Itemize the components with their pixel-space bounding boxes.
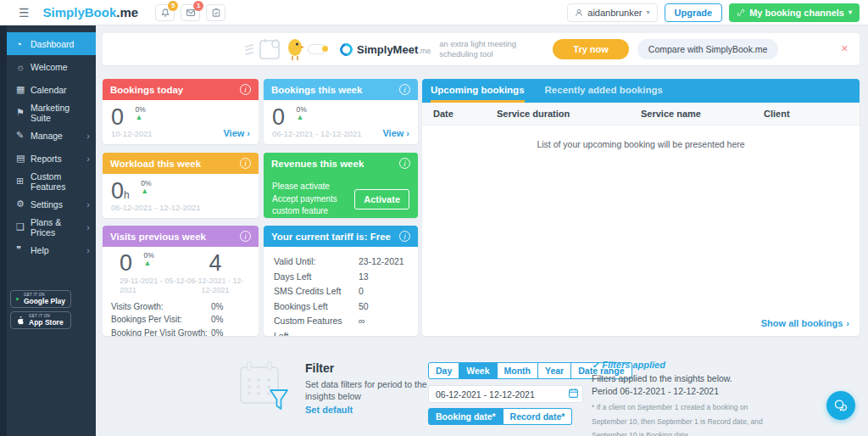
card-title: Workload this week [110,159,201,169]
toggle-illustration [308,44,326,54]
sidebar-item-label: Calendar [31,85,67,95]
sidebar-item-reports[interactable]: ▤ Reports › [7,147,96,170]
sidebar-item-help[interactable]: ❞ Help › [7,238,96,261]
period-day-button[interactable]: Day [428,362,459,379]
user-menu[interactable]: aidanbrunker ▾ [567,3,657,22]
set-default-link[interactable]: Set default [305,405,353,415]
stat-row: Booking Per Visit Growth:0% [111,327,250,337]
sidebar: ◔ Dashboard ☼ Welcome ▦ Calendar ⚑ Marke… [0,25,96,436]
caret-down-icon: ▾ [849,8,852,16]
sidebar-item-label: Dashboard [31,39,74,49]
column-service-duration: Service duration [497,109,641,119]
bookings-panel-tabs: Upcoming bookings Recently added booking… [422,79,860,103]
view-link[interactable]: View› [382,128,409,138]
google-play-badge[interactable]: GET IT ONGoogle Play [10,290,71,308]
sidebar-item-plans-prices[interactable]: ❑ Plans & Prices › [7,215,96,238]
chevron-right-icon: › [247,128,250,138]
info-icon[interactable]: i [399,231,410,242]
booking-date-button[interactable]: Booking date* [428,408,504,425]
menu-icon[interactable]: ☰ [19,6,30,20]
chat-bubbles-icon [833,399,849,412]
sidebar-item-manage[interactable]: ✎ Manage › [7,124,96,147]
info-icon[interactable]: i [240,231,251,242]
info-icon[interactable]: i [399,158,410,169]
period-month-button[interactable]: Month [498,362,539,379]
booking-channels-label: My booking channels [749,8,844,18]
visits-previous-value: 0 [120,252,132,275]
clipboard-check-icon [211,8,221,18]
card-title: Bookings today [110,85,183,95]
visits-stats: Visits Growth:0% Bookings Per Visit:0% B… [111,300,250,337]
tasks-button[interactable] [206,4,225,21]
booking-channels-button[interactable]: My booking channels ▾ [729,3,860,22]
card-body: Please activate Accept payments custom f… [264,174,418,218]
column-client: Client [764,109,860,119]
card-header: Bookings today i [103,79,259,100]
period-week-button[interactable]: Week [459,362,497,379]
messages-button[interactable]: 1 [181,4,200,21]
chevron-right-icon: › [846,318,849,328]
sidebar-item-calendar[interactable]: ▦ Calendar [7,78,96,101]
info-icon[interactable]: i [240,84,251,95]
visits-card: Visits previous week i 0 0%▲ 29-11-2021 … [103,226,259,336]
try-now-button[interactable]: Try now [553,39,629,59]
simplymeet-logo-icon [337,41,355,59]
calendar-icon: ▦ [16,84,31,95]
badge-store-name: App Store [29,319,64,327]
sidebar-item-settings[interactable]: ⚙ Settings › [7,193,96,215]
show-all-bookings-link[interactable]: Show all bookings› [761,318,849,328]
sidebar-item-marketing-suite[interactable]: ⚑ Marketing Suite [7,101,96,124]
app-logo[interactable]: SimplyBook.me [43,5,139,20]
info-icon[interactable]: i [240,158,251,169]
chat-bubble-icon: ❞ [16,244,31,255]
app-window: ☰ SimplyBook.me 5 1 aidanbrunker ▾ Upgra… [0,0,868,436]
bookings-week-card: Bookings this week i 0 0%▲ 06-12-2021 - … [264,79,418,144]
info-icon[interactable]: i [399,84,410,95]
column-date: Date [433,109,497,119]
sidebar-item-welcome[interactable]: ☼ Welcome [7,55,96,78]
period-year-button[interactable]: Year [538,362,571,379]
tariff-row: Custom Features Left∞ [274,314,408,336]
card-body: 0 0%▲ 06-12-2021 - 12-12-2021 View› [264,100,418,144]
view-link[interactable]: View› [223,128,250,138]
tab-recently-added-bookings[interactable]: Recently added bookings [545,79,663,103]
card-body: 0 0%▲ 29-11-2021 - 05-12-2021 4 06-12-20… [103,247,259,336]
empty-bookings-message: List of your upcoming booking will be pr… [422,139,860,149]
tariff-card: Your current tariff is: Free i Valid Unt… [264,226,418,336]
growth-indicator: 0%▲ [296,106,306,121]
sidebar-item-label: Help [31,245,49,255]
app-store-badge[interactable]: GET IT ONApp Store [10,311,71,329]
up-arrow-icon: ▲ [141,187,151,195]
sidebar-item-dashboard[interactable]: ◔ Dashboard [7,32,96,55]
notifications-button[interactable]: 5 [155,4,175,21]
badge-store-name: Google Play [24,298,65,305]
chevron-right-icon: › [406,128,409,138]
sidebar-item-label: Plans & Prices [31,217,86,238]
up-arrow-icon: ▲ [296,114,306,121]
filter-title: Filter [305,361,334,375]
close-icon[interactable]: ✕ [841,43,849,54]
tab-upcoming-bookings[interactable]: Upcoming bookings [431,79,525,103]
filters-applied-title: ✓ Filters applied [592,360,732,371]
pencil-icon: ✎ [16,130,31,141]
chevron-right-icon: › [86,131,90,141]
compare-button[interactable]: Compare with SimplyBook.me [637,39,779,59]
speed-lines-decoration [245,45,253,54]
growth-indicator: 0%▲ [135,106,145,121]
hours-unit: h [124,189,130,201]
activate-button[interactable]: Activate [354,189,409,210]
mascot-bird-icon [286,36,304,62]
date-range-input[interactable] [428,385,583,403]
stat-row: Bookings Per Visit:0% [111,313,250,327]
sidebar-item-custom-features[interactable]: ⊞ Custom Features [7,170,96,193]
card-header: Visits previous week i [103,226,259,247]
record-date-button[interactable]: Record date* [504,408,573,425]
card-header: Workload this week i [103,153,259,174]
gift-icon: ⊞ [16,176,31,187]
apple-icon [16,316,25,326]
upgrade-button[interactable]: Upgrade [665,3,723,22]
main-content: SimplyMeet.me an extra light meeting sch… [96,25,868,436]
calendar-picker-icon[interactable] [568,388,579,399]
live-chat-button[interactable] [826,391,855,420]
revenues-card: Revenues this week i Please activate Acc… [264,153,418,218]
